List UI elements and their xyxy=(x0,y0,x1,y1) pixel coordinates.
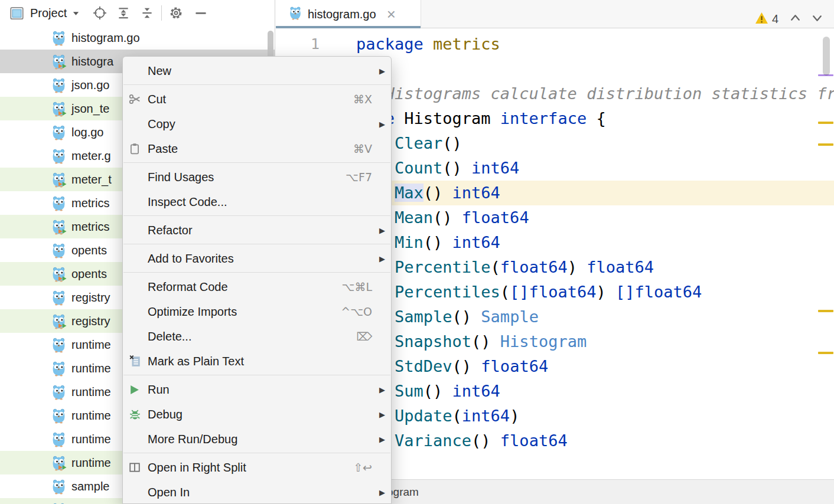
tree-item-label: runtime xyxy=(71,338,111,352)
code-line: // Histograms calculate distribution sta… xyxy=(356,81,834,106)
menu-item-label: Delete... xyxy=(148,330,191,343)
menu-item-cut[interactable]: Cut⌘X xyxy=(123,87,391,112)
menu-item-mark-as-plain-text[interactable]: Mark as Plain Text xyxy=(123,349,391,374)
menu-item-shortcut: ⌘V xyxy=(353,142,372,155)
menu-item-label: Copy xyxy=(148,117,175,131)
menu-item-paste[interactable]: Paste⌘V xyxy=(123,136,391,161)
tree-item-label: runtime xyxy=(71,456,111,470)
tree-item-label: json_te xyxy=(71,102,110,116)
submenu-arrow-icon: ▶ xyxy=(376,488,385,497)
tree-item-label: runtime xyxy=(71,362,111,375)
stripe-mark[interactable] xyxy=(818,122,833,124)
menu-item-copy[interactable]: Copy▶ xyxy=(123,112,391,136)
menu-item-label: Open In xyxy=(148,486,190,499)
tree-item-label: histogram.go xyxy=(71,31,140,45)
menu-item-label: Refactor xyxy=(148,224,193,237)
go-test-file-icon xyxy=(51,313,67,329)
collapse-all-icon[interactable] xyxy=(139,5,155,21)
tree-item-label: runtime xyxy=(71,385,111,399)
submenu-arrow-icon: ▶ xyxy=(376,385,385,394)
menu-item-open-in[interactable]: Open In▶ xyxy=(123,480,391,504)
code-line: Percentiles([]float64) []float64 xyxy=(356,280,834,305)
menu-item-shortcut: ^⌥O xyxy=(341,305,372,318)
menu-item-inspect-code[interactable]: Inspect Code... xyxy=(123,189,391,214)
code-line: type Histogram interface { xyxy=(356,106,834,131)
menu-item-optimize-imports[interactable]: Optimize Imports^⌥O xyxy=(123,299,391,324)
prev-warning-icon[interactable] xyxy=(789,12,802,27)
menu-item-debug[interactable]: Debug▶ xyxy=(123,402,391,427)
editor-scrollbar-thumb[interactable] xyxy=(823,37,830,76)
breadcrumb-item[interactable]: ogram xyxy=(387,486,419,499)
menu-item-run[interactable]: Run▶ xyxy=(123,377,391,402)
tree-item-label: meter_t xyxy=(71,173,112,186)
menu-separator xyxy=(123,272,390,273)
tree-item-label: log.go xyxy=(71,126,104,139)
code-text: package metrics// Histograms calculate d… xyxy=(356,32,834,453)
menu-item-shortcut: ⇧↩ xyxy=(353,461,372,474)
tree-item-label: registry xyxy=(71,315,110,328)
context-menu: New▶Cut⌘XCopy▶Paste⌘VFind Usages⌥F7Inspe… xyxy=(122,56,392,504)
tree-item-label: sample xyxy=(71,480,109,493)
line-number: 1 xyxy=(276,32,320,57)
tree-item-label: metrics xyxy=(71,220,109,234)
menu-item-label: New xyxy=(148,64,171,78)
plain-text-icon xyxy=(129,355,148,368)
stripe-mark[interactable] xyxy=(818,143,833,146)
run-icon xyxy=(129,384,148,395)
stripe-mark[interactable] xyxy=(818,352,833,354)
submenu-arrow-icon: ▶ xyxy=(376,120,385,129)
go-test-file-icon xyxy=(51,219,67,235)
go-test-file-icon xyxy=(51,502,67,504)
menu-item-new[interactable]: New▶ xyxy=(123,58,391,83)
tree-item[interactable]: histogram.go xyxy=(0,26,275,50)
tree-item-label: runtime xyxy=(71,433,111,446)
menu-item-find-usages[interactable]: Find Usages⌥F7 xyxy=(123,165,391,189)
hide-panel-icon[interactable] xyxy=(193,5,209,21)
code-line: StdDev() float64 xyxy=(356,354,834,379)
tree-item-label: opents xyxy=(71,267,107,281)
menu-item-shortcut: ⌥⌘L xyxy=(342,280,372,293)
menu-separator xyxy=(123,244,390,244)
tab-close-icon[interactable]: × xyxy=(387,8,396,20)
menu-separator xyxy=(123,453,390,453)
next-warning-icon[interactable] xyxy=(811,12,823,27)
locate-file-icon[interactable] xyxy=(92,5,108,21)
code-line: Max() int64 xyxy=(356,181,834,205)
project-toolwindow-icon[interactable] xyxy=(8,5,25,21)
go-file-icon xyxy=(51,384,67,400)
code-line: Count() int64 xyxy=(356,156,834,181)
code-line: Sample() Sample xyxy=(356,305,834,329)
warning-count[interactable]: 4 xyxy=(772,12,778,26)
tab-histogram-go[interactable]: histogram.go × xyxy=(276,0,421,28)
submenu-arrow-icon: ▶ xyxy=(376,254,385,263)
menu-separator xyxy=(123,162,390,163)
menu-item-more-run-debug[interactable]: More Run/Debug▶ xyxy=(123,427,391,451)
menu-item-delete[interactable]: Delete...⌦ xyxy=(123,324,391,349)
paste-icon xyxy=(129,143,148,155)
tree-item-label: opents xyxy=(71,244,107,257)
expand-all-icon[interactable] xyxy=(115,5,132,21)
code-line: Clear() xyxy=(356,131,834,156)
tree-item-label: registry xyxy=(71,291,110,305)
tree-item-label: meter.g xyxy=(71,149,111,163)
go-test-file-icon xyxy=(51,172,67,188)
go-file-icon xyxy=(51,195,67,211)
toolbar-separator xyxy=(161,5,162,21)
menu-item-label: Optimize Imports xyxy=(148,305,237,319)
go-test-file-icon xyxy=(51,266,67,282)
settings-gear-icon[interactable] xyxy=(168,5,184,21)
project-panel-title[interactable]: Project xyxy=(30,6,67,20)
menu-item-shortcut: ⌘X xyxy=(353,93,372,106)
tab-label: histogram.go xyxy=(308,8,376,21)
menu-item-label: Run xyxy=(148,383,170,397)
chevron-down-icon[interactable] xyxy=(70,5,81,21)
go-file-icon xyxy=(51,431,67,447)
cut-icon xyxy=(129,93,148,105)
menu-item-add-to-favorites[interactable]: Add to Favorites▶ xyxy=(123,246,391,271)
menu-item-reformat-code[interactable]: Reformat Code⌥⌘L xyxy=(123,274,391,299)
go-test-file-icon xyxy=(51,455,67,471)
menu-item-refactor[interactable]: Refactor▶ xyxy=(123,218,391,243)
menu-item-label: Inspect Code... xyxy=(148,195,227,209)
menu-item-open-in-right-split[interactable]: Open in Right Split⇧↩ xyxy=(123,455,391,480)
stripe-mark[interactable] xyxy=(818,310,833,312)
